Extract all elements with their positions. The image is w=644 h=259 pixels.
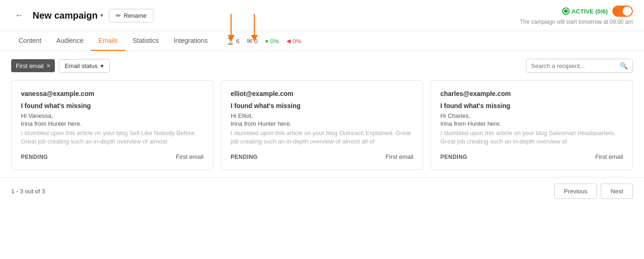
email-status-filter[interactable]: Email status ▾ bbox=[59, 59, 110, 73]
nav-stats: ⏳ 6 ✉ 0 ● 0% ◀ 0% bbox=[226, 37, 301, 45]
pagination-range: 1 - 3 bbox=[11, 188, 23, 195]
active-dot-icon bbox=[563, 8, 569, 14]
card-subject: I found what's missing bbox=[21, 102, 204, 109]
open-icon: ● bbox=[265, 38, 268, 44]
card-greeting: Hi Elliot, bbox=[231, 112, 413, 119]
card-type: First email bbox=[176, 153, 204, 160]
filter-tag-label: First email bbox=[16, 62, 44, 69]
email-card-3[interactable]: charles@example.com I found what's missi… bbox=[431, 80, 633, 170]
previous-button[interactable]: Previous bbox=[554, 184, 598, 199]
pending-count: 6 bbox=[236, 38, 239, 45]
pending-icon: ⏳ bbox=[226, 37, 234, 45]
stat-open: ● 0% bbox=[265, 38, 279, 45]
card-status: PENDING bbox=[21, 154, 48, 160]
card-sender: Irina from Hunter here. bbox=[21, 120, 204, 127]
stat-sent: ✉ 0 bbox=[247, 37, 258, 45]
search-icon: 🔍 bbox=[620, 62, 628, 69]
tab-emails[interactable]: Emails bbox=[91, 31, 125, 51]
card-body: I stumbled upon this article on your blo… bbox=[231, 129, 413, 146]
header: ← New campaign ▾ ✏ Rename ACTIVE (0/6) T… bbox=[0, 0, 644, 31]
campaign-title: New campaign bbox=[33, 10, 98, 21]
card-sender: Irina from Hunter here. bbox=[231, 120, 413, 127]
card-sender: Irina from Hunter here. bbox=[440, 120, 623, 127]
card-status: PENDING bbox=[440, 154, 467, 160]
card-body: I stumbled upon this article on your blo… bbox=[21, 129, 204, 146]
email-card-1[interactable]: vanessa@example.com I found what's missi… bbox=[11, 80, 213, 170]
card-body: I stumbled upon this article on your blo… bbox=[440, 129, 623, 146]
nav-tabs: Content Audience Emails Statistics Integ… bbox=[0, 31, 644, 51]
card-status: PENDING bbox=[231, 154, 258, 160]
cards-container: vanessa@example.com I found what's missi… bbox=[0, 80, 644, 177]
reply-icon: ◀ bbox=[286, 38, 291, 44]
reply-rate: 0% bbox=[292, 38, 301, 45]
tab-integrations[interactable]: Integrations bbox=[166, 31, 215, 51]
sent-count: 0 bbox=[254, 38, 258, 45]
tab-statistics[interactable]: Statistics bbox=[125, 31, 166, 51]
card-footer: PENDING First email bbox=[440, 153, 623, 160]
stat-reply: ◀ 0% bbox=[286, 38, 301, 45]
email-card-2[interactable]: elliot@example.com I found what's missin… bbox=[221, 80, 423, 170]
card-footer: PENDING First email bbox=[21, 153, 204, 160]
active-label: ACTIVE (0/6) bbox=[571, 8, 608, 15]
campaign-title-wrapper[interactable]: New campaign ▾ bbox=[33, 10, 103, 21]
next-button[interactable]: Next bbox=[601, 184, 633, 199]
toggle-switch[interactable] bbox=[612, 6, 633, 17]
card-email: charles@example.com bbox=[440, 90, 623, 97]
toggle-knob bbox=[623, 7, 632, 16]
first-email-filter-tag[interactable]: First email × bbox=[11, 59, 55, 72]
card-email: vanessa@example.com bbox=[21, 90, 204, 97]
search-recipient-input[interactable] bbox=[531, 62, 620, 69]
card-subject: I found what's missing bbox=[440, 102, 623, 109]
active-badge: ACTIVE (0/6) bbox=[563, 8, 608, 15]
rename-label: Rename bbox=[124, 12, 146, 19]
card-email: elliot@example.com bbox=[231, 90, 413, 97]
filter-tag-close-icon[interactable]: × bbox=[46, 62, 50, 69]
search-box[interactable]: 🔍 bbox=[526, 59, 633, 73]
tab-audience[interactable]: Audience bbox=[49, 31, 91, 51]
email-status-label: Email status bbox=[65, 62, 98, 69]
open-rate: 0% bbox=[270, 38, 279, 45]
email-status-chevron-icon: ▾ bbox=[100, 62, 104, 69]
card-greeting: Hi Vanessa, bbox=[21, 112, 204, 119]
campaign-time: The campaign will start tomorrow at 09:0… bbox=[520, 19, 633, 25]
card-footer: PENDING First email bbox=[231, 153, 413, 160]
card-greeting: Hi Charles, bbox=[440, 112, 623, 119]
tab-content[interactable]: Content bbox=[11, 31, 49, 51]
card-subject: I found what's missing bbox=[231, 102, 413, 109]
pagination-buttons: Previous Next bbox=[554, 184, 633, 199]
pagination-info: 1 - 3 out of 3 bbox=[11, 188, 45, 195]
card-type: First email bbox=[595, 153, 623, 160]
sent-icon: ✉ bbox=[247, 37, 252, 45]
rename-icon: ✏ bbox=[116, 12, 121, 19]
rename-button[interactable]: ✏ Rename bbox=[109, 9, 153, 22]
stat-pending: ⏳ 6 bbox=[226, 37, 239, 45]
pagination-total: out of 3 bbox=[25, 188, 45, 195]
title-chevron-icon: ▾ bbox=[100, 12, 103, 19]
filter-bar: First email × Email status ▾ 🔍 bbox=[0, 51, 644, 80]
card-type: First email bbox=[385, 153, 413, 160]
back-button[interactable]: ← bbox=[11, 9, 27, 22]
pagination-bar: 1 - 3 out of 3 Previous Next bbox=[0, 177, 644, 204]
